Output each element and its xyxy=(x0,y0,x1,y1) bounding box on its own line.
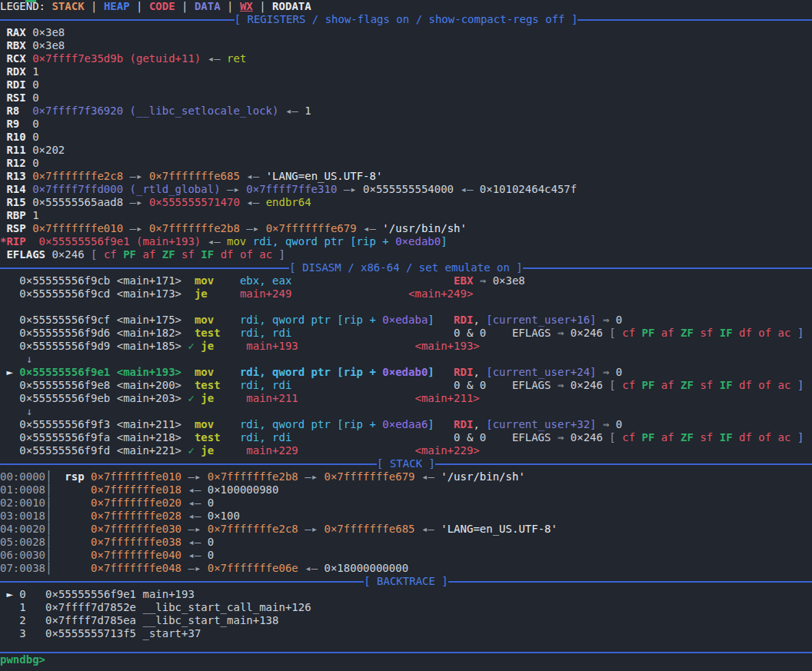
points-to-icon: ◂— xyxy=(240,170,266,182)
backtrace-frame-0: ► 0 0×55555556f9e1 main+193 xyxy=(0,588,812,601)
stack-row-6: 06:0030│ 0×7fffffffe040 ◂— 0 xyxy=(0,549,812,562)
points-to-icon: ◂— xyxy=(181,497,208,509)
disasm-row-0: 0×55555556f9cb <main+171> mov ebx, eax E… xyxy=(0,274,812,287)
prompt-row[interactable]: pwndbg> xyxy=(0,653,812,666)
separator-line xyxy=(523,267,812,269)
pointer-arrow-icon: —▸ xyxy=(240,222,266,234)
disasm-row-6: ↓ xyxy=(0,353,812,366)
points-to-icon: ◂— xyxy=(240,196,266,208)
register-row-r14: R14 0×7ffff7ffd000 (_rtld_global) —▸ 0×7… xyxy=(0,183,812,196)
register-row-rip: *RIP 0×55555556f9e1 (main+193) ◂— mov rd… xyxy=(0,235,812,248)
points-to-icon: ◂— xyxy=(278,105,304,117)
backtrace-frame-2: 2 0×7ffff7d785ea __libc_start_main+138 xyxy=(0,614,812,627)
points-to-icon: ◂— xyxy=(181,510,208,522)
separator-line xyxy=(448,581,812,583)
register-row-r11: R11 0×202 xyxy=(0,144,812,157)
pointer-arrow-icon: —▸ xyxy=(123,196,149,208)
register-row-eflags: EFLAGS 0×246 [ cf PF af ZF sf IF df of a… xyxy=(0,248,812,261)
pointer-arrow-icon: —▸ xyxy=(123,170,149,182)
register-row-r9: R9 0 xyxy=(0,118,812,131)
stack-row-2: 02:0010│ 0×7fffffffe020 ◂— 0 xyxy=(0,497,812,510)
register-row-rsp: RSP 0×7fffffffe010 —▸ 0×7fffffffe2b8 —▸ … xyxy=(0,222,812,235)
current-frame-marker-icon: ► xyxy=(0,588,19,600)
separator-line xyxy=(0,19,235,21)
pointer-arrow-icon: —▸ xyxy=(181,523,208,535)
separator-line xyxy=(0,581,364,583)
points-to-icon: ◂— xyxy=(181,483,208,496)
points-to-icon: ◂— xyxy=(357,222,383,234)
stack-row-3: 03:0018│ 0×7fffffffe028 ◂— 0×100 xyxy=(0,510,812,523)
pointer-arrow-icon: —▸ xyxy=(181,562,208,574)
disasm-row-1: 0×55555556f9cd <main+173> je main+249 <m… xyxy=(0,287,812,301)
stack-row-1: 01:0008│ 0×7fffffffe018 ◂— 0×100000980 xyxy=(0,483,812,497)
separator-line xyxy=(0,267,289,269)
current-instruction-marker-icon: ► xyxy=(0,366,19,378)
register-row-rax: RAX 0×3e8 xyxy=(0,26,812,39)
register-row-rdi: RDI 0 xyxy=(0,78,812,91)
disasm-row-9: 0×55555556f9eb <main+203> ✓ je main+211 … xyxy=(0,392,812,405)
branch-taken-icon: ✓ xyxy=(188,392,201,404)
stack-row-7: 07:0038│ 0×7fffffffe048 —▸ 0×7fffffffe06… xyxy=(0,562,812,575)
jump-down-icon: ↓ xyxy=(0,405,32,417)
register-row-r13: R13 0×7fffffffe2c8 —▸ 0×7fffffffe685 ◂— … xyxy=(0,170,812,183)
disasm-row-8: 0×55555556f9e8 <main+200> test rdi, rdi … xyxy=(0,379,812,392)
stack-row-4: 04:0020│ 0×7fffffffe030 —▸ 0×7fffffffe2c… xyxy=(0,523,812,536)
legend-row: LEGEND: STACK | HEAP | CODE | DATA | WX … xyxy=(0,0,812,13)
stack-section-header: [ STACK ] xyxy=(0,457,812,470)
stack-row-0: 00:0000│ rsp 0×7fffffffe010 —▸ 0×7ffffff… xyxy=(0,470,812,483)
jump-down-icon: ↓ xyxy=(0,353,32,365)
points-to-icon: ◂— xyxy=(201,235,227,247)
register-row-rcx: RCX 0×7ffff7e35d9b (getuid+11) ◂— ret xyxy=(0,52,812,65)
register-row-r12: R12 0 xyxy=(0,157,812,170)
stack-section-header-label: [ STACK ] xyxy=(377,457,435,470)
disasm-row-4: 0×55555556f9d6 <main+182> test rdi, rdi … xyxy=(0,327,812,340)
separator-line xyxy=(435,463,812,465)
branch-taken-icon: ✓ xyxy=(188,444,201,457)
disasm-row-2 xyxy=(0,301,812,314)
pointer-arrow-icon: —▸ xyxy=(181,470,208,483)
pointer-arrow-icon: —▸ xyxy=(123,222,149,234)
points-to-icon: ◂— xyxy=(201,52,227,65)
disasm-section-header-label: [ DISASM / x86-64 / set emulate on ] xyxy=(289,261,522,274)
stack-row-5: 05:0028│ 0×7fffffffe038 ◂— 0 xyxy=(0,536,812,549)
register-row-rbx: RBX 0×3e8 xyxy=(0,39,812,52)
backtrace-section-header: [ BACKTRACE ] xyxy=(0,575,812,588)
pwndbg-terminal: LEGEND: STACK | HEAP | CODE | DATA | WX … xyxy=(0,0,812,671)
register-row-rbp: RBP 1 xyxy=(0,209,812,222)
backtrace-frame-3: 3 0×5555555713f5 _start+37 xyxy=(0,627,812,640)
pointer-arrow-icon: —▸ xyxy=(298,470,324,483)
register-row-r8: R8 0×7ffff7f36920 (__libc_setlocale_lock… xyxy=(0,105,812,118)
register-row-rsi: RSI 0 xyxy=(0,91,812,105)
register-row-rdx: RDX 1 xyxy=(0,65,812,78)
points-to-icon: ◂— xyxy=(181,536,208,548)
disasm-row-12: 0×55555556f9fa <main+218> test rdi, rdi … xyxy=(0,431,812,444)
blank-row xyxy=(0,640,812,652)
disasm-row-3: 0×55555556f9cf <main+175> mov rdi, qword… xyxy=(0,314,812,327)
backtrace-frame-1: 1 0×7ffff7d7852e __libc_start_call_main+… xyxy=(0,601,812,614)
points-to-icon: ◂— xyxy=(298,562,324,574)
scrollback-fragment xyxy=(25,0,36,2)
registers-section-header-label: [ REGISTERS / show-flags on / show-compa… xyxy=(235,13,578,26)
register-row-r15: R15 0×55555565aad8 —▸ 0×555555571470 ◂— … xyxy=(0,196,812,209)
disasm-row-13: 0×55555556f9fd <main+221> ✓ je main+229 … xyxy=(0,444,812,457)
points-to-icon: ◂— xyxy=(454,183,480,195)
separator-line xyxy=(577,19,812,21)
branch-taken-icon: ✓ xyxy=(188,340,201,352)
disasm-row-11: 0×55555556f9f3 <main+211> mov rdi, qword… xyxy=(0,418,812,431)
backtrace-section-header-label: [ BACKTRACE ] xyxy=(364,575,448,588)
pointer-arrow-icon: —▸ xyxy=(221,183,247,195)
pointer-arrow-icon: —▸ xyxy=(337,183,363,195)
points-to-icon: ◂— xyxy=(415,523,441,535)
separator-line xyxy=(0,463,377,465)
pointer-arrow-icon: —▸ xyxy=(298,523,324,535)
disasm-row-10: ↓ xyxy=(0,405,812,418)
registers-section-header: [ REGISTERS / show-flags on / show-compa… xyxy=(0,13,812,26)
disasm-row-current: ► 0×55555556f9e1 <main+193> mov rdi, qwo… xyxy=(0,366,812,379)
disasm-row-5: 0×55555556f9d9 <main+185> ✓ je main+193 … xyxy=(0,340,812,353)
prompt-label: pwndbg> xyxy=(0,653,45,666)
points-to-icon: ◂— xyxy=(415,470,441,483)
points-to-icon: ◂— xyxy=(181,549,208,561)
disasm-section-header: [ DISASM / x86-64 / set emulate on ] xyxy=(0,261,812,274)
register-row-r10: R10 0 xyxy=(0,131,812,144)
